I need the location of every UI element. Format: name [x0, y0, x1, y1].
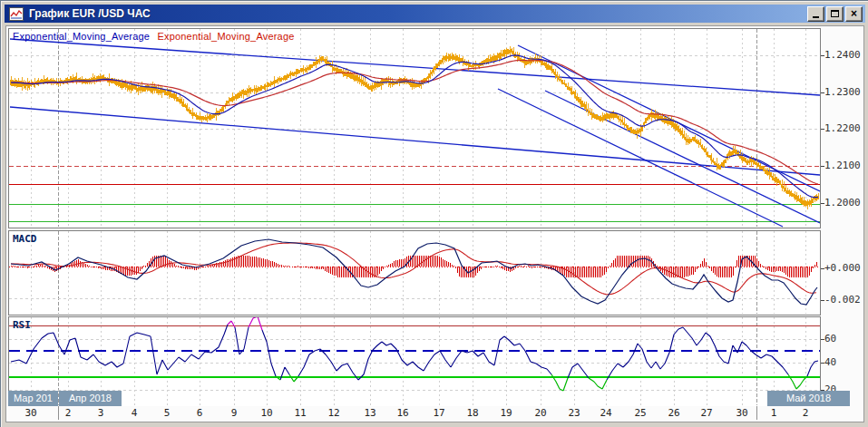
rsi-label: RSI [13, 319, 31, 331]
x-axis-label: 2 [56, 407, 80, 419]
macd-label: MACD [13, 233, 37, 245]
x-axis-label: 19 [494, 407, 518, 419]
x-axis-label: 5 [155, 407, 179, 419]
rsi-panel[interactable] [8, 316, 821, 407]
month-badge: Мар 201 [8, 391, 58, 406]
window-controls: × [805, 6, 863, 22]
y-axis-label: 1.2400 [824, 49, 864, 61]
macd-panel[interactable] [8, 230, 821, 315]
price-panel[interactable] [8, 28, 821, 228]
y-axis-label: 1.2000 [824, 197, 864, 209]
minimize-icon [813, 16, 819, 18]
y-axis-label: -0.002 [824, 294, 864, 306]
y-axis-label: 1.2100 [824, 160, 864, 171]
month-badge: Май 2018 [767, 391, 850, 406]
month-badge: Апр 2018 [59, 391, 122, 406]
x-axis-label: 17 [427, 407, 451, 419]
window-title: График EUR /USD ЧАС [29, 7, 805, 20]
x-axis-label: 6 [188, 407, 211, 419]
maximize-button[interactable] [826, 6, 844, 22]
month-separator [756, 406, 757, 420]
macd-chart [9, 231, 820, 315]
x-axis-label: 2 [794, 407, 817, 419]
rsi-chart [9, 317, 820, 406]
x-axis-label: 27 [695, 407, 718, 419]
legend-ema-blue-label: Exponential_Moving_Average [13, 31, 150, 42]
maximize-icon [831, 10, 839, 17]
title-bar[interactable]: График EUR /USD ЧАС × [5, 5, 865, 23]
x-axis-label: 30 [19, 407, 43, 419]
price-chart [9, 29, 820, 228]
indicator-legend: Exponential_Moving_Average Exponential_M… [13, 31, 295, 42]
chart-window: График EUR /USD ЧАС × Exponential_Moving… [0, 0, 868, 427]
y-axis-label: 40 [824, 356, 864, 368]
x-axis-label: 12 [322, 407, 346, 419]
x-axis-label: 25 [629, 407, 652, 419]
minimize-button[interactable] [807, 6, 824, 22]
x-axis-label: 9 [222, 407, 246, 419]
legend-ema-red-label: Exponential_Moving_Average [157, 31, 294, 42]
x-axis-label: 11 [288, 407, 312, 419]
x-axis-label: 10 [255, 407, 278, 419]
x-axis-label: 3 [89, 407, 112, 419]
x-axis-label: 16 [391, 407, 414, 419]
app-icon [9, 7, 24, 21]
x-axis-label: 26 [662, 407, 686, 419]
y-axis-label: +0.000 [824, 262, 864, 274]
x-axis-label: 1 [762, 407, 785, 419]
y-axis-label: 1.2200 [824, 122, 864, 134]
y-axis-label: 1.2300 [824, 86, 864, 98]
time-axis: 3023456910111213161718192023242526273012 [8, 406, 861, 421]
x-axis-label: 23 [562, 407, 586, 419]
close-icon: × [851, 9, 857, 18]
close-button[interactable]: × [845, 6, 863, 22]
x-axis-label: 24 [594, 407, 618, 419]
x-axis-label: 13 [358, 407, 382, 419]
month-separator [58, 406, 59, 420]
x-axis-label: 18 [461, 407, 484, 419]
x-axis-label: 30 [730, 407, 754, 419]
x-axis-label: 4 [122, 407, 146, 419]
y-axis-label: 60 [824, 333, 864, 345]
x-axis-label: 20 [529, 407, 552, 419]
